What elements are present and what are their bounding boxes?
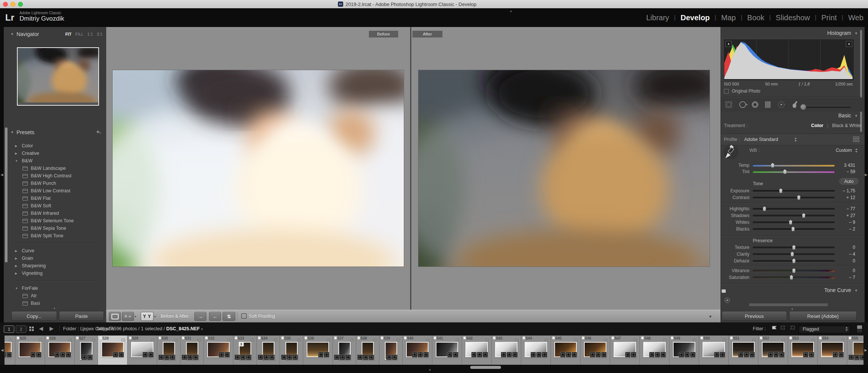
edit-badge-icon[interactable] — [240, 355, 245, 360]
navigator-zoom-fill[interactable]: FILL — [75, 32, 83, 36]
edit-badge-icon[interactable] — [738, 352, 743, 357]
preset-item-atr[interactable]: Atr — [4, 292, 106, 299]
filmstrip-thumbnail-526[interactable]: 526 — [45, 336, 75, 365]
paste-button[interactable]: Paste — [59, 311, 104, 321]
collapsed-triangle-icon[interactable]: ▶ — [15, 257, 19, 260]
edit-badge-icon[interactable] — [81, 355, 87, 360]
edit-badge-icon[interactable] — [36, 352, 41, 357]
preset-item-b-w-soft[interactable]: B&W Soft — [4, 202, 106, 209]
edit-badge-icon[interactable] — [512, 352, 517, 357]
edit-badge-icon[interactable] — [182, 355, 187, 360]
flag-pick-icon[interactable] — [641, 337, 644, 339]
edit-badge-icon[interactable] — [54, 352, 60, 357]
thumbnail-photo[interactable] — [361, 342, 374, 360]
edit-badge-icon[interactable] — [471, 352, 477, 357]
profile-select-icon[interactable] — [794, 138, 797, 142]
filmstrip-thumbnail-552[interactable]: 552 — [758, 336, 788, 365]
flag-pick-icon[interactable] — [305, 337, 307, 339]
flag-outline-icon[interactable] — [752, 337, 757, 340]
edit-badge-icon[interactable] — [536, 352, 542, 357]
treatment-black-white[interactable]: Black & White — [832, 123, 861, 128]
flag-outline-icon[interactable] — [326, 337, 331, 340]
histogram-header[interactable]: Histogram ▼ — [721, 30, 865, 38]
thumbnail-photo[interactable] — [48, 342, 71, 357]
zoom-window-icon[interactable] — [18, 2, 23, 7]
edit-badge-icon[interactable] — [477, 352, 482, 357]
module-tab-slideshow[interactable]: Slideshow — [776, 13, 810, 22]
flag-pick-icon[interactable] — [582, 337, 584, 339]
profile-value[interactable]: Adobe Standard — [744, 137, 778, 142]
edit-badge-icon[interactable] — [281, 355, 286, 360]
flag-pick-icon[interactable] — [182, 337, 184, 339]
filmstrip-thumbnail-551[interactable]: 551 — [729, 336, 758, 365]
flag-pick-icon[interactable] — [493, 337, 495, 339]
preset-item-b-w-landscape[interactable]: B&W Landscape — [4, 165, 106, 172]
flag-outline-icon[interactable] — [68, 337, 73, 340]
filmstrip-thumbnail-547[interactable]: 547 — [610, 336, 640, 365]
slider-track[interactable] — [753, 190, 835, 192]
edit-badge-icon[interactable] — [453, 352, 458, 357]
module-tab-book[interactable]: Book — [747, 13, 764, 22]
edit-badge-icon[interactable] — [164, 355, 169, 360]
edit-badge-icon[interactable] — [87, 355, 92, 360]
filmstrip-thumbnail-544[interactable]: 544 — [521, 336, 551, 365]
expanded-triangle-icon[interactable]: ▼ — [15, 287, 19, 290]
flag-pick-icon[interactable] — [281, 337, 284, 339]
edit-badge-icon[interactable] — [340, 355, 345, 360]
top-panel-toggle-icon[interactable]: ▲ — [509, 9, 513, 13]
collapse-triangle-icon[interactable]: ▼ — [854, 31, 858, 35]
edit-badge-icon[interactable] — [809, 352, 814, 357]
before-after-view-button[interactable]: Y Y — [141, 312, 153, 321]
filmstrip-thumbnail-528[interactable]: 528 — [98, 336, 128, 365]
edit-badge-icon[interactable] — [113, 352, 118, 357]
thumbnail-photo[interactable] — [162, 342, 175, 360]
preset-item-b-w-low-contrast[interactable]: B&W Low Contrast — [4, 187, 106, 194]
edit-badge-icon[interactable] — [596, 352, 601, 357]
filmstrip-thumbnail-545[interactable]: 545 — [551, 336, 581, 365]
flag-pick-icon[interactable] — [205, 337, 208, 339]
edit-badge-icon[interactable] — [334, 355, 339, 360]
edit-badge-icon[interactable] — [714, 352, 719, 357]
navigator-zoom-1:1[interactable]: 1:1 — [87, 32, 93, 36]
slider-knob[interactable] — [802, 213, 806, 218]
flag-pick-icon[interactable] — [463, 337, 466, 339]
preset-group-forfale[interactable]: ▼ForFale — [4, 285, 106, 292]
profile-browser-icon[interactable] — [853, 136, 859, 142]
edit-badge-icon[interactable] — [690, 352, 695, 357]
thumbnail-photo[interactable] — [703, 342, 725, 357]
flag-outline-icon[interactable] — [373, 337, 378, 340]
flag-pick-icon[interactable] — [381, 337, 383, 339]
thumbnail-photo[interactable] — [436, 342, 458, 357]
flag-outline-icon[interactable] — [39, 337, 43, 340]
flag-outline-icon[interactable] — [604, 337, 608, 340]
collapse-triangle-icon[interactable]: ▼ — [11, 32, 14, 36]
flag-pick-icon[interactable] — [334, 337, 337, 339]
edit-badge-icon[interactable] — [542, 352, 547, 357]
filmstrip-thumbnail-532[interactable]: 532 — [204, 336, 233, 365]
thumbnail-photo[interactable] — [465, 342, 488, 357]
preset-item-b-w-flat[interactable]: B&W Flat — [4, 195, 106, 202]
spot-removal-tool-icon[interactable] — [739, 100, 747, 110]
filmstrip-thumbnail-543[interactable]: 543 — [492, 336, 521, 365]
crop-overlay-tool-icon[interactable] — [725, 100, 733, 110]
flag-outline-icon[interactable] — [121, 337, 126, 340]
selection-status[interactable]: 946 of 5596 photos / 1 selected / DSC_84… — [97, 326, 203, 331]
treatment-color[interactable]: Color — [811, 123, 823, 128]
slider-knob[interactable] — [791, 227, 795, 231]
flag-pick-icon[interactable] — [404, 337, 406, 339]
flag-outline-icon[interactable] — [350, 337, 354, 340]
flagged-filter-icon[interactable] — [772, 325, 778, 331]
collapsed-triangle-icon[interactable]: ▶ — [15, 249, 19, 253]
slider-knob[interactable] — [792, 268, 796, 273]
original-photo-checkbox[interactable] — [724, 89, 729, 94]
wb-select-icon[interactable] — [855, 148, 858, 153]
close-window-icon[interactable] — [3, 2, 8, 7]
edit-badge-icon[interactable] — [148, 352, 153, 357]
adjustment-brush-tool-icon[interactable] — [791, 100, 800, 110]
slider-track[interactable] — [753, 215, 835, 217]
edit-badge-icon[interactable] — [269, 355, 274, 360]
flag-pick-icon[interactable] — [129, 337, 131, 339]
collapsed-triangle-icon[interactable]: ▶ — [15, 264, 19, 268]
flag-pick-icon[interactable] — [258, 337, 260, 339]
edit-badge-icon[interactable] — [720, 352, 725, 357]
